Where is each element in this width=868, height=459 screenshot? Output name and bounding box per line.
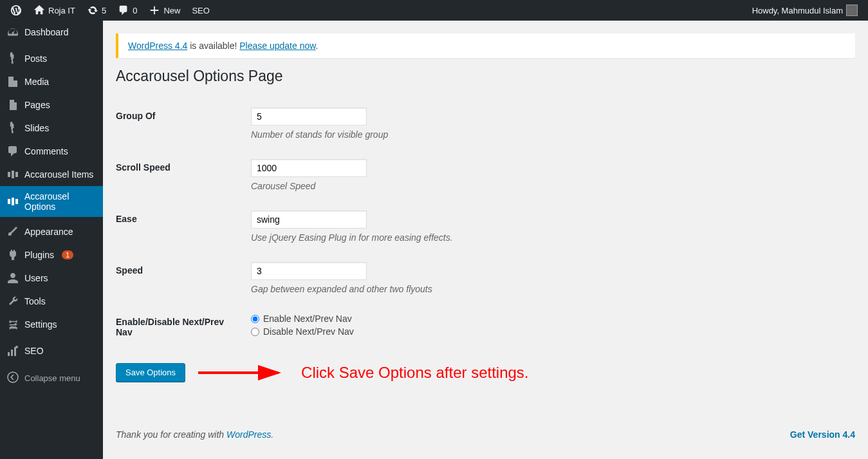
sidebar-item-label: Comments xyxy=(24,146,68,156)
sidebar-item-label: Tools xyxy=(24,296,46,306)
sidebar-item-dashboard[interactable]: Dashboard xyxy=(0,21,103,44)
scroll-speed-desc: Carousel Speed xyxy=(251,181,849,191)
comments[interactable]: 0 xyxy=(113,0,142,21)
svg-rect-10 xyxy=(8,352,10,356)
ease-label: Ease xyxy=(116,201,245,252)
sidebar-item-label: Accarousel Options xyxy=(24,191,97,212)
seo-menu[interactable]: SEO xyxy=(187,0,214,21)
settings-icon xyxy=(6,318,19,331)
svg-rect-0 xyxy=(8,172,10,177)
wp-logo[interactable] xyxy=(5,0,27,21)
seo-icon xyxy=(6,344,19,357)
svg-point-7 xyxy=(15,324,17,326)
page-title: Accarousel Options Page xyxy=(116,68,855,85)
update-icon xyxy=(87,5,98,16)
scroll-speed-label: Scroll Speed xyxy=(116,149,245,201)
admin-sidebar: DashboardPostsMediaPagesSlidesCommentsAc… xyxy=(0,21,103,459)
sidebar-item-seo[interactable]: SEO xyxy=(0,339,103,362)
sidebar-item-accarousel-options[interactable]: Accarousel Options xyxy=(0,186,103,217)
sidebar-item-posts[interactable]: Posts xyxy=(0,47,103,70)
sidebar-item-slides[interactable]: Slides xyxy=(0,117,103,140)
pin-icon xyxy=(6,52,19,65)
svg-point-8 xyxy=(11,326,13,328)
my-account[interactable]: Howdy, Mahmudul Islam xyxy=(747,0,863,21)
svg-rect-4 xyxy=(12,198,14,205)
carousel-icon xyxy=(6,195,19,208)
nav-disable-label: Disable Next/Prev Nav xyxy=(263,326,354,337)
wordpress-icon xyxy=(10,5,22,16)
speed-desc: Gap between expanded and other two flyou… xyxy=(251,284,849,294)
sidebar-item-label: Settings xyxy=(24,319,57,330)
updates-count: 5 xyxy=(102,6,106,15)
new-label: New xyxy=(163,6,180,15)
media-icon xyxy=(6,75,19,88)
footer-wp-link[interactable]: WordPress xyxy=(226,429,271,440)
svg-rect-5 xyxy=(15,199,18,204)
plus-icon xyxy=(149,5,160,16)
brush-icon xyxy=(6,225,19,238)
sidebar-item-label: Users xyxy=(24,273,48,283)
sidebar-item-label: Pages xyxy=(24,100,50,110)
ease-desc: Use jQuery Easing Plug in for more easin… xyxy=(251,232,849,243)
new-content[interactable]: New xyxy=(143,0,185,21)
plug-icon xyxy=(6,248,19,261)
updates[interactable]: 5 xyxy=(82,0,111,21)
sidebar-item-pages[interactable]: Pages xyxy=(0,93,103,117)
update-now-link[interactable]: Please update now xyxy=(239,41,315,51)
wrench-icon xyxy=(6,295,19,308)
scroll-speed-input[interactable] xyxy=(251,159,367,177)
svg-rect-11 xyxy=(11,350,13,356)
sidebar-item-tools[interactable]: Tools xyxy=(0,290,103,313)
seo-label: SEO xyxy=(192,6,209,15)
save-options-button[interactable]: Save Options xyxy=(116,363,185,382)
comments-count: 0 xyxy=(133,6,137,15)
home-icon xyxy=(33,5,45,16)
badge: 1 xyxy=(62,250,73,259)
notice-text: is available! xyxy=(187,41,239,51)
sidebar-item-settings[interactable]: Settings xyxy=(0,313,103,336)
nav-enable-label: Enable Next/Prev Nav xyxy=(263,314,352,324)
svg-rect-1 xyxy=(12,171,14,178)
sidebar-item-comments[interactable]: Comments xyxy=(0,140,103,163)
sidebar-item-label: Dashboard xyxy=(24,27,69,37)
pin-icon xyxy=(6,122,19,135)
sidebar-item-accarousel-items[interactable]: Accarousel Items xyxy=(0,163,103,186)
speed-label: Speed xyxy=(116,252,245,304)
sidebar-item-media[interactable]: Media xyxy=(0,70,103,93)
comments-icon xyxy=(6,145,19,158)
footer-left: Thank you for creating with WordPress. xyxy=(116,429,273,440)
get-version-link[interactable]: Get Version 4.4 xyxy=(790,429,855,440)
group-of-desc: Number of stands for visible group xyxy=(251,129,849,140)
svg-rect-12 xyxy=(14,347,16,356)
sidebar-item-plugins[interactable]: Plugins1 xyxy=(0,243,103,267)
nav-disable-radio[interactable] xyxy=(251,328,259,336)
sidebar-item-label: Plugins xyxy=(24,250,54,260)
annotation-text: Click Save Options after settings. xyxy=(301,364,528,382)
carousel-icon xyxy=(6,168,19,181)
nav-label: Enable/Disable Next/Prev Nav xyxy=(116,304,245,350)
sidebar-item-label: SEO xyxy=(24,346,44,356)
user-icon xyxy=(6,272,19,285)
group-of-input[interactable] xyxy=(251,108,367,126)
dashboard-icon xyxy=(6,26,19,39)
sidebar-item-label: Slides xyxy=(24,123,49,133)
site-name[interactable]: Roja IT xyxy=(28,0,80,21)
collapse-icon xyxy=(6,371,19,386)
nav-enable-radio[interactable] xyxy=(251,315,259,323)
pages-icon xyxy=(6,98,19,111)
ease-input[interactable] xyxy=(251,211,367,229)
avatar xyxy=(846,5,858,16)
howdy-text: Howdy, Mahmudul Islam xyxy=(752,6,843,15)
svg-point-14 xyxy=(8,372,18,382)
sidebar-item-label: Posts xyxy=(24,53,47,64)
annotation-arrow xyxy=(198,365,288,380)
collapse-menu[interactable]: Collapse menu xyxy=(0,366,103,391)
site-name-label: Roja IT xyxy=(48,6,75,15)
sidebar-item-users[interactable]: Users xyxy=(0,267,103,290)
sidebar-item-appearance[interactable]: Appearance xyxy=(0,220,103,243)
speed-input[interactable] xyxy=(251,262,367,280)
svg-rect-2 xyxy=(15,172,18,177)
wp-version-link[interactable]: WordPress 4.4 xyxy=(128,41,187,51)
comment-icon xyxy=(118,5,129,16)
svg-point-13 xyxy=(15,346,18,348)
